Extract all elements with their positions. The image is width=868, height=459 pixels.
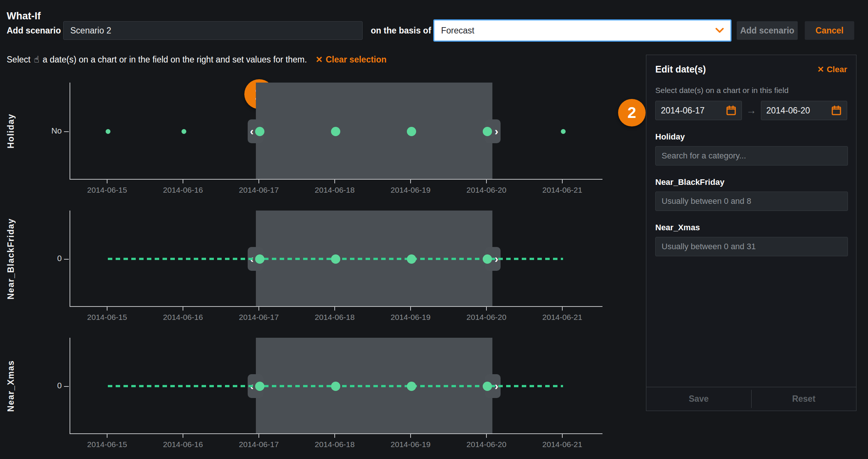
ytick-mark [64,131,69,132]
chevron-left-icon: ‹ [250,125,254,138]
data-point[interactable] [255,254,264,264]
x-tick-mark [410,180,411,183]
data-point[interactable] [483,382,492,391]
chart-holiday[interactable]: ‹›HolidayNo2014-06-152014-06-162014-06-1… [0,60,617,202]
selection-region[interactable] [256,83,492,179]
x-tick-mark [183,434,183,438]
x-tick-mark [334,180,335,183]
x-tick-mark [107,307,107,311]
data-point[interactable] [483,127,492,136]
x-tick-mark [334,307,335,311]
data-point[interactable] [331,254,340,264]
x-tick-mark [410,434,411,438]
x-tick-mark [107,180,107,183]
near-blackfriday-value-input[interactable] [655,192,848,211]
x-tick-label: 2014-06-18 [301,440,368,449]
x-tick-label: 2014-06-21 [529,440,596,449]
date-from-value: 2014-06-17 [661,106,705,116]
field-label-near-blackfriday: Near_BlackFriday [646,166,856,187]
near-xmas-value-input[interactable] [655,237,848,256]
x-tick-mark [486,180,487,183]
data-point[interactable] [331,382,340,391]
calendar-icon[interactable] [831,105,842,116]
step-badge-2: 2 [618,99,646,126]
panel-title: Edit date(s) [655,64,706,75]
chart-plot-area[interactable]: ‹› [70,211,602,307]
chart-ylabel: Near_BlackFriday [6,211,16,307]
data-point[interactable] [407,127,416,136]
x-tick-mark [183,180,183,183]
edit-dates-panel: Edit date(s) ✕ Clear Select date(s) on a… [646,55,856,411]
panel-clear-link[interactable]: ✕ Clear [817,65,847,74]
chart-plot-area[interactable]: ‹› [70,338,602,434]
calendar-icon[interactable] [726,105,736,116]
reset-button[interactable]: Reset [752,387,856,411]
ytick-mark [64,259,69,260]
x-tick-mark [486,434,487,438]
x-tick-mark [486,307,487,311]
panel-footer: Save Reset [646,387,856,411]
x-tick-label: 2014-06-16 [150,440,216,449]
x-tick-label: 2014-06-19 [377,440,444,449]
chart-ylabel: Holiday [6,83,16,180]
chart-plot-area[interactable]: ‹› [70,83,602,180]
close-icon: ✕ [817,65,824,74]
x-tick-mark [258,307,259,311]
field-label-near-xmas: Near_Xmas [646,211,856,232]
data-point[interactable] [181,129,186,134]
ytick-label: 0 [15,254,62,263]
ytick-label: No [15,126,62,136]
date-to-input[interactable]: 2014-06-20 [761,101,848,120]
x-tick-mark [562,180,563,183]
data-point[interactable] [331,127,340,136]
x-tick-mark [334,434,335,438]
charts-area: ‹›HolidayNo2014-06-152014-06-162014-06-1… [0,0,617,459]
data-point[interactable] [407,382,416,391]
chart-near-xmas[interactable]: ‹›Near_Xmas02014-06-152014-06-162014-06-… [0,315,617,456]
x-tick-mark [258,180,259,183]
chart-near-blackfriday[interactable]: ‹›Near_BlackFriday02014-06-152014-06-162… [0,188,617,329]
holiday-category-input[interactable] [655,146,848,166]
x-tick-mark [562,434,563,438]
ytick-label: 0 [15,381,62,391]
chevron-down-icon [716,28,724,33]
data-point[interactable] [407,254,416,264]
field-label-holiday: Holiday [646,120,856,142]
x-tick-label: 2014-06-20 [453,440,520,449]
ytick-mark [64,386,69,387]
save-button[interactable]: Save [646,387,751,411]
x-tick-mark [410,307,411,311]
add-scenario-button[interactable]: Add scenario [737,21,798,40]
x-tick-label: 2014-06-17 [225,440,292,449]
data-point[interactable] [255,382,264,391]
x-tick-mark [258,434,259,438]
data-point[interactable] [561,129,566,134]
data-point[interactable] [106,129,110,134]
date-range-row: 2014-06-17 → 2014-06-20 [646,95,856,120]
x-tick-mark [183,307,183,311]
data-point[interactable] [483,254,492,264]
x-tick-mark [562,307,563,311]
chart-ylabel: Near_Xmas [6,338,16,434]
data-point[interactable] [255,127,264,136]
panel-clear-label: Clear [827,65,847,74]
cancel-button[interactable]: Cancel [805,21,854,40]
panel-hint: Select date(s) on a chart or in this fie… [646,75,856,95]
x-tick-label: 2014-06-15 [74,440,141,449]
arrow-right-icon: → [746,105,756,116]
date-to-value: 2014-06-20 [766,106,810,116]
date-from-input[interactable]: 2014-06-17 [655,101,742,120]
x-tick-mark [107,434,107,438]
chevron-right-icon: › [495,125,498,138]
